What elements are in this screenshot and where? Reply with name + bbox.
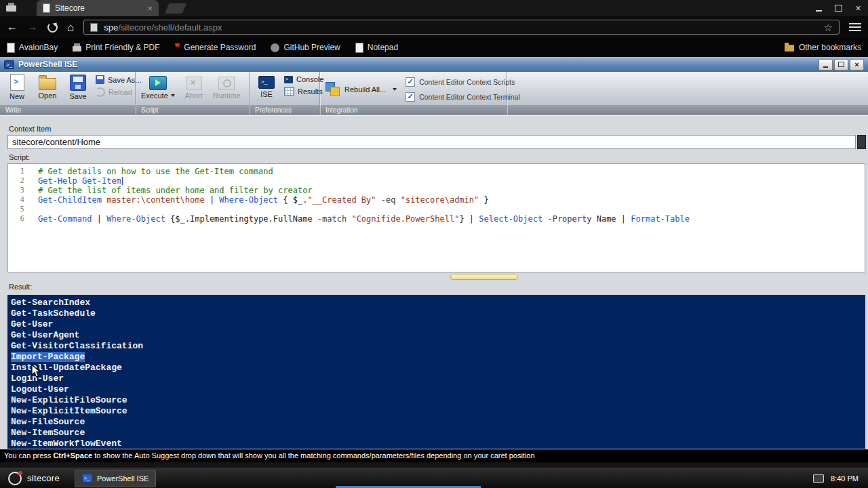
new-tab-button[interactable] [165,3,187,14]
bookmark-item[interactable]: AvalonBay [7,43,58,53]
save-button[interactable]: Save [65,73,91,105]
bookmark-item[interactable]: Notepad [355,43,398,53]
code-text: # Get details on how to use the Get-Item… [33,167,273,176]
minimize-icon [823,66,828,68]
window-minimize-button[interactable] [809,0,829,16]
home-icon[interactable]: ⌂ [67,22,74,33]
result-item[interactable]: New-ItemWorkflowEvent [11,439,865,449]
chevron-down-icon [393,88,397,91]
save-as-button[interactable]: Save As... [96,75,142,84]
tab-close-icon[interactable]: × [147,4,153,13]
result-item[interactable]: Logout-User [11,384,865,395]
code-line[interactable]: 1# Get details on how to use the Get-Ite… [8,167,865,176]
reload-button[interactable]: Reload [96,87,142,97]
ise-restore-button[interactable] [834,59,848,70]
content-editor-context-terminal-checkbox[interactable]: Content Editor Context Terminal [406,92,520,102]
abort-button[interactable]: Abort [181,73,207,105]
window-close-button[interactable]: × [848,0,868,16]
code-text: Get-ChildItem master:\content\home | Whe… [33,195,489,205]
system-tray: 8:40 PM [813,474,868,483]
close-icon: × [855,3,861,13]
ribbon-label-preferences: Preferences [255,106,292,114]
bookmark-label: Generate Password [184,43,256,52]
window-maximize-button[interactable] [829,0,848,16]
taskbar: sitecore PowerShell ISE 8:40 PM [0,468,868,488]
bookmark-item[interactable]: Generate Password [175,43,256,52]
result-item[interactable]: Get-VisitorClassification [11,341,865,352]
result-item[interactable]: New-ExplicitItemSource [11,406,865,417]
forward-icon[interactable]: → [27,22,38,33]
ise-titlebar[interactable]: PowerShell ISE × [0,57,868,72]
browser-tab-sitecore[interactable]: Sitecore × [37,0,159,16]
results-panel[interactable]: Get-SearchIndexGet-TaskScheduleGet-UserG… [7,295,865,449]
console-button[interactable]: Console [284,75,323,83]
bookmark-star-icon[interactable]: ☆ [824,22,833,33]
status-text-suffix: to show the Auto Suggest drop down that … [92,451,534,460]
result-text: New-ExplicitFileSource [11,395,127,405]
bookmark-item[interactable]: Print Friendly & PDF [73,43,159,52]
context-item-browse-button[interactable] [857,135,866,149]
script-editor[interactable]: 1# Get details on how to use the Get-Ite… [7,163,865,272]
ise-close-button[interactable]: × [850,59,864,70]
result-text: Get-VisitorClassification [11,341,143,351]
url-host: spe [104,22,118,33]
tab-favicon-icon [43,3,50,13]
printer-icon [6,5,16,12]
start-label: sitecore [27,473,60,483]
new-button[interactable]: New [4,73,30,105]
result-item[interactable]: Import-Package [11,352,865,363]
code-line[interactable]: 2Get-Help Get-Item [8,176,865,186]
rebuild-all-button-label: Rebuild All... [344,85,386,94]
code-line[interactable]: 3# Get the list of items under home and … [8,186,865,195]
code-line[interactable]: 5 [8,205,865,214]
context-item-input[interactable] [7,135,856,149]
result-item[interactable]: New-ExplicitFileSource [11,395,865,406]
splitter-handle[interactable] [450,274,518,280]
url-text: spe/sitecore/shell/default.aspx [104,22,222,33]
results-button-label: Results [298,87,323,96]
sitecore-logo-icon [8,472,22,485]
back-icon[interactable]: ← [7,22,18,33]
taskbar-clock[interactable]: 8:40 PM [831,474,859,483]
result-item[interactable]: New-ItemSource [11,428,865,439]
ise-minimize-button[interactable] [818,59,833,70]
execute-button[interactable]: Execute [140,73,176,105]
start-button[interactable]: sitecore [0,468,68,488]
result-item[interactable]: Install-UpdatePackage [11,363,865,373]
results-button[interactable]: Results [284,87,323,96]
result-text: Get-UserAgent [11,330,79,340]
checkbox-terminal-label: Content Editor Context Terminal [419,93,520,101]
result-item[interactable]: New-FileSource [11,417,865,428]
result-item[interactable]: Login-User [11,373,865,384]
new-button-label: New [9,92,24,100]
result-label: Result: [9,283,32,291]
printer-icon [73,46,81,52]
task-button-label: PowerShell ISE [97,474,149,483]
result-item[interactable]: Get-UserAgent [11,330,865,341]
checkbox-scripts-label: Content Editor Context Scripts [419,78,515,86]
result-item[interactable]: Get-SearchIndex [11,298,865,308]
runtime-button[interactable]: Runtime [212,73,242,105]
page-gap [0,462,868,468]
refresh-icon[interactable] [47,22,58,33]
abort-icon [186,77,202,90]
taskbar-task-powershell-ise[interactable]: PowerShell ISE [75,470,156,487]
reload-button-label: Reload [108,88,132,96]
context-item-label: Context Item [9,125,51,133]
rebuild-all-button[interactable]: Rebuild All... [324,73,398,105]
bookmark-label: Print Friendly & PDF [85,43,159,52]
open-button[interactable]: Open [35,73,60,105]
result-text: Logout-User [11,384,69,394]
code-line[interactable]: 6Get-Command | Where-Object {$_.Implemen… [8,214,865,224]
printer-app-icon [6,3,18,14]
address-bar[interactable]: spe/sitecore/shell/default.aspx ☆ [83,20,840,35]
result-item[interactable]: Get-User [11,319,865,330]
code-line[interactable]: 4Get-ChildItem master:\content\home | Wh… [8,195,865,205]
bookmark-item[interactable]: GitHub Preview [271,43,340,52]
other-bookmarks-button[interactable]: Other bookmarks [785,43,861,52]
content-editor-context-scripts-checkbox[interactable]: Content Editor Context Scripts [406,77,520,87]
tray-display-icon[interactable] [813,474,824,483]
browser-menu-icon[interactable] [849,23,861,31]
result-item[interactable]: Get-TaskSchedule [11,308,865,319]
ise-button[interactable]: ISE [254,73,279,105]
